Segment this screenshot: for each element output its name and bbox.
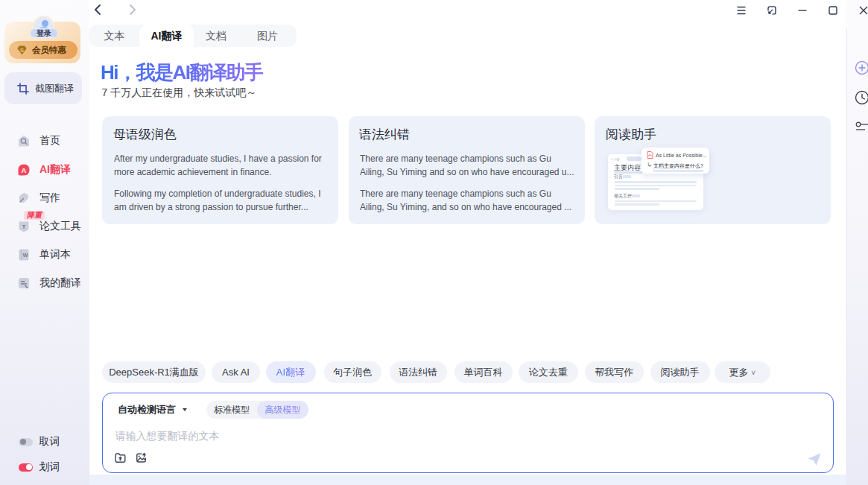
svg-text:T: T <box>22 224 26 230</box>
svg-text:A: A <box>22 166 27 174</box>
svg-text:S: S <box>20 46 24 53</box>
svg-text:W: W <box>22 252 28 259</box>
